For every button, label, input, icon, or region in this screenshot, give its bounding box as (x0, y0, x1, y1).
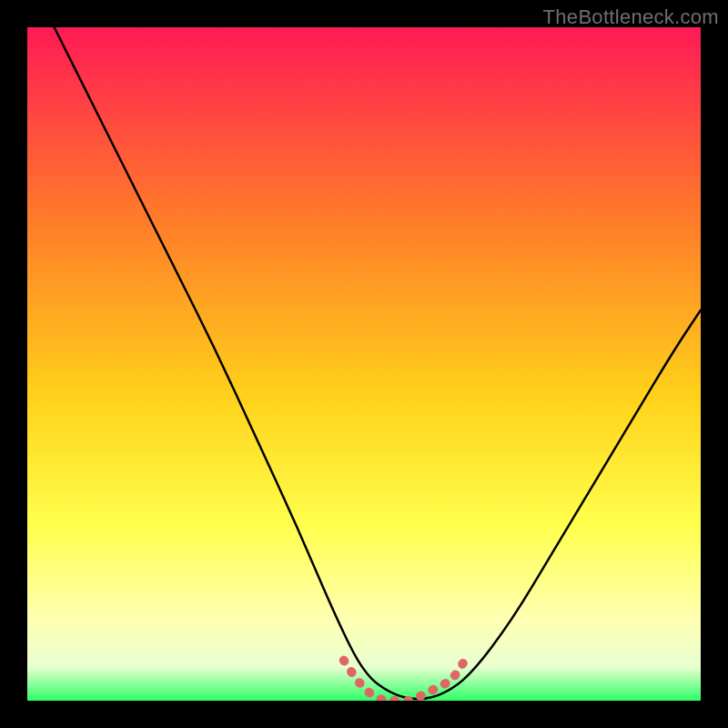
plot-area (27, 27, 701, 701)
watermark-text: TheBottleneck.com (543, 5, 719, 29)
chart-svg (27, 27, 701, 701)
gradient-background (27, 27, 701, 701)
chart-root: TheBottleneck.com (0, 0, 728, 728)
